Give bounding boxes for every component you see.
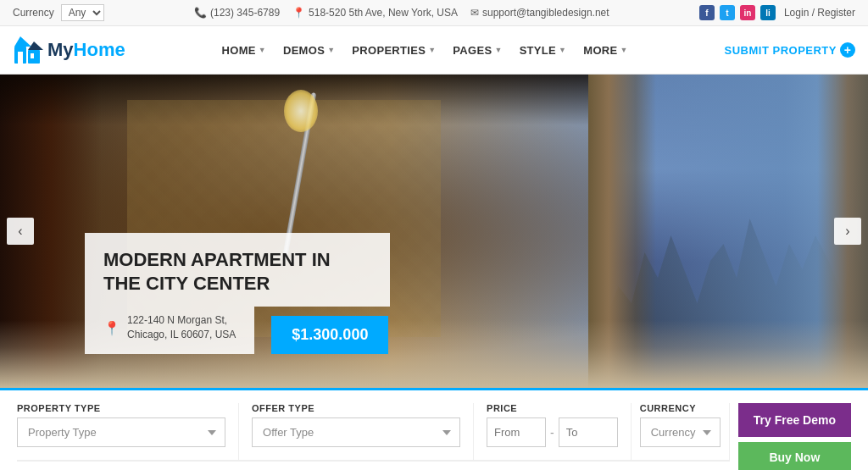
- hero-title-text: MODERN APARTMENT IN THE CITY CENTER: [103, 248, 371, 295]
- address-line2: Chicago, IL 60607, USA: [127, 328, 236, 342]
- cta-buttons: Try Free Demo Buy Now: [730, 403, 851, 470]
- location-icon: 📍: [292, 7, 305, 19]
- offer-type-field: OFFER TYPE Offer Type: [239, 403, 474, 460]
- hero-title-box: MODERN APARTMENT IN THE CITY CENTER: [85, 233, 390, 307]
- nav-more[interactable]: MORE ▼: [583, 44, 627, 57]
- facebook-icon[interactable]: f: [699, 5, 715, 20]
- instagram-icon[interactable]: in: [740, 5, 755, 20]
- demos-arrow: ▼: [327, 46, 335, 54]
- hero-bottom: 📍 122-140 N Morgan St, Chicago, IL 60607…: [85, 307, 390, 354]
- currency-select[interactable]: Any: [61, 4, 104, 21]
- nav-home[interactable]: HOME ▼: [222, 44, 266, 57]
- main-nav: MyHome HOME ▼ DEMOS ▼ PROPERTIES ▼ PAGES…: [0, 26, 868, 75]
- social-icons: f t in li: [699, 5, 776, 20]
- search-main: PROPERTY TYPE Property Type OFFER TYPE O…: [17, 403, 730, 470]
- properties-arrow: ▼: [428, 46, 436, 54]
- submit-property-label: SUBMIT PROPERTY: [725, 44, 837, 57]
- hero-prev-button[interactable]: ‹: [7, 218, 34, 245]
- email-item: ✉ support@tangibledesign.net: [470, 7, 609, 19]
- hero-section: ‹ › MODERN APARTMENT IN THE CITY CENTER …: [0, 75, 868, 388]
- pages-arrow: ▼: [494, 46, 502, 54]
- currency-section: Currency Any: [13, 4, 104, 21]
- svg-rect-1: [18, 52, 23, 64]
- svg-marker-2: [14, 36, 31, 47]
- contact-info: 📞 (123) 345-6789 📍 518-520 5th Ave, New …: [194, 7, 609, 19]
- login-link[interactable]: Login / Register: [784, 7, 855, 19]
- style-arrow: ▼: [559, 46, 566, 54]
- top-bar: Currency Any 📞 (123) 345-6789 📍 518-520 …: [0, 0, 868, 26]
- hero-next-button[interactable]: ›: [834, 218, 861, 245]
- price-separator: -: [550, 426, 554, 440]
- search-actions: CLEAR ADVANCED: [17, 461, 730, 470]
- next-arrow-icon: ›: [845, 224, 849, 239]
- logo-text: MyHome: [47, 39, 125, 61]
- plus-icon: +: [840, 42, 855, 58]
- address-pin-icon: 📍: [103, 320, 120, 336]
- hero-content: MODERN APARTMENT IN THE CITY CENTER 📍 12…: [85, 233, 390, 354]
- linkedin-icon[interactable]: li: [760, 5, 776, 20]
- address-item: 📍 518-520 5th Ave, New York, USA: [292, 7, 458, 19]
- address-text: 518-520 5th Ave, New York, USA: [309, 7, 458, 19]
- buy-now-button[interactable]: Buy Now: [738, 442, 851, 470]
- more-arrow: ▼: [620, 46, 627, 54]
- property-type-field: PROPERTY TYPE Property Type: [17, 403, 239, 460]
- address-line1: 122-140 N Morgan St,: [127, 313, 236, 328]
- logo: MyHome: [13, 35, 125, 65]
- hero-address-box: 📍 122-140 N Morgan St, Chicago, IL 60607…: [85, 307, 254, 354]
- logo-icon: [13, 35, 43, 65]
- currency-filter-label: Currency: [640, 403, 721, 413]
- currency-filter-field: Currency Currency: [632, 403, 730, 460]
- nav-home-label: HOME: [222, 44, 256, 57]
- price-label: PRICE: [487, 403, 618, 413]
- price-to-input[interactable]: [559, 417, 618, 447]
- nav-properties[interactable]: PROPERTIES ▼: [352, 44, 436, 57]
- top-right: f t in li Login / Register: [699, 5, 855, 20]
- search-top-row: PROPERTY TYPE Property Type OFFER TYPE O…: [17, 403, 851, 470]
- hero-price-text: $1.300.000: [292, 326, 368, 343]
- property-type-label: PROPERTY TYPE: [17, 403, 225, 413]
- price-from-input[interactable]: [487, 417, 546, 447]
- property-type-select[interactable]: Property Type: [17, 417, 225, 447]
- nav-links: HOME ▼ DEMOS ▼ PROPERTIES ▼ PAGES ▼ STYL…: [222, 44, 628, 57]
- offer-type-label: OFFER TYPE: [252, 403, 460, 413]
- phone-number: (123) 345-6789: [210, 7, 280, 19]
- lamp-shade: [284, 90, 318, 132]
- search-bar: PROPERTY TYPE Property Type OFFER TYPE O…: [0, 388, 868, 470]
- phone-item: 📞 (123) 345-6789: [194, 7, 280, 19]
- phone-icon: 📞: [194, 7, 207, 19]
- search-fields-row: PROPERTY TYPE Property Type OFFER TYPE O…: [17, 403, 730, 461]
- currency-label: Currency: [13, 7, 54, 19]
- svg-rect-4: [31, 53, 34, 58]
- email-text: support@tangibledesign.net: [482, 7, 609, 19]
- email-icon: ✉: [470, 7, 479, 19]
- hero-price-button[interactable]: $1.300.000: [271, 316, 388, 354]
- nav-style[interactable]: STYLE ▼: [520, 44, 567, 57]
- nav-pages-label: PAGES: [453, 44, 492, 57]
- price-field: PRICE -: [474, 403, 632, 460]
- nav-demos-label: DEMOS: [283, 44, 325, 57]
- nav-demos[interactable]: DEMOS ▼: [283, 44, 335, 57]
- nav-pages[interactable]: PAGES ▼: [453, 44, 502, 57]
- currency-filter-select[interactable]: Currency: [640, 417, 721, 447]
- submit-property-button[interactable]: SUBMIT PROPERTY +: [725, 42, 855, 58]
- home-arrow: ▼: [259, 46, 266, 54]
- nav-properties-label: PROPERTIES: [352, 44, 426, 57]
- try-free-demo-button[interactable]: Try Free Demo: [738, 403, 851, 437]
- twitter-icon[interactable]: t: [720, 5, 735, 20]
- price-inputs: -: [487, 417, 618, 447]
- prev-arrow-icon: ‹: [18, 224, 22, 239]
- offer-type-select[interactable]: Offer Type: [252, 417, 460, 447]
- nav-more-label: MORE: [583, 44, 617, 57]
- hero-address-text: 122-140 N Morgan St, Chicago, IL 60607, …: [127, 313, 236, 342]
- nav-style-label: STYLE: [520, 44, 556, 57]
